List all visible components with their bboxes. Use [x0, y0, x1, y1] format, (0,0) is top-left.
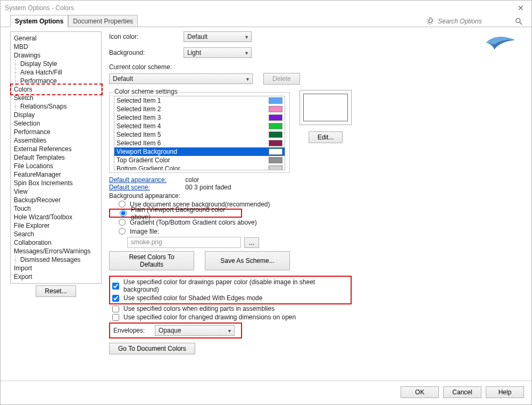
scheme-list[interactable]: Selected Item 1Selected Item 2Selected I…	[114, 96, 285, 170]
scheme-item-label: Selected Item 4	[117, 122, 161, 130]
radio-gradient-bg[interactable]	[119, 219, 126, 226]
ok-button[interactable]: OK	[401, 386, 439, 398]
nav-item-drawings[interactable]: Drawings	[11, 51, 101, 60]
save-scheme-button[interactable]: Save As Scheme...	[205, 251, 290, 270]
nav-item-hole-wizard-toolbox[interactable]: Hole Wizard/Toolbox	[11, 213, 101, 221]
color-preview	[300, 90, 352, 125]
nav-item-selection[interactable]: Selection	[11, 119, 101, 128]
scheme-item[interactable]: Selected Item 3	[114, 113, 285, 122]
reset-button[interactable]: Reset...	[36, 285, 76, 297]
nav-item-backup-recover[interactable]: Backup/Recover	[11, 196, 101, 204]
default-scene-link[interactable]: Default scene:	[109, 184, 184, 191]
tab-document-properties[interactable]: Document Properties	[68, 15, 138, 27]
cb-drawings-paper[interactable]	[112, 283, 119, 290]
titlebar: System Options - Colors ✕	[1, 1, 531, 15]
nav-item-external-references[interactable]: External References	[11, 145, 101, 153]
nav-item-relations-snaps[interactable]: Relations/Snaps	[11, 102, 101, 111]
nav-item-touch[interactable]: Touch	[11, 204, 101, 213]
nav-item-display-style[interactable]: Display Style	[11, 60, 101, 68]
envelopes-dropdown[interactable]: Opaque ▾	[155, 325, 235, 336]
scheme-item[interactable]: Viewport Background	[114, 147, 285, 156]
cb-changed-dims[interactable]	[112, 314, 119, 321]
nav-item-search[interactable]: Search	[11, 230, 101, 238]
default-appearance-link[interactable]: Default appearance:	[109, 176, 184, 184]
color-swatch	[269, 157, 282, 163]
scheme-item[interactable]: Selected Item 5	[114, 130, 285, 139]
radio-scene-bg[interactable]	[119, 201, 126, 208]
nav-item-performance[interactable]: Performance	[11, 128, 101, 136]
delete-scheme-button[interactable]: Delete	[263, 73, 300, 85]
help-button[interactable]: Help	[486, 386, 524, 398]
browse-button[interactable]: ...	[244, 237, 259, 248]
scheme-item-label: Selected Item 5	[117, 131, 161, 138]
bg-appearance-label: Background appearance:	[109, 192, 525, 200]
search-icon[interactable]	[514, 17, 523, 26]
cb-shaded-edges[interactable]	[112, 295, 119, 302]
scheme-dropdown[interactable]: Default ▾	[109, 73, 253, 84]
nav-item-area-hatch-fill[interactable]: Area Hatch/Fill	[11, 68, 101, 77]
icon-color-dropdown[interactable]: Default ▾	[184, 31, 252, 42]
search-box[interactable]	[424, 16, 525, 27]
scheme-item-label: Selected Item 1	[117, 97, 161, 104]
nav-item-file-explorer[interactable]: File Explorer	[11, 221, 101, 230]
scheme-item-label: Viewport Background	[117, 148, 177, 155]
checkbox-label: Use specified color for changed drawing …	[123, 313, 296, 321]
nav-item-file-locations[interactable]: File Locations	[11, 162, 101, 170]
cancel-button[interactable]: Cancel	[443, 386, 481, 398]
reset-colors-button[interactable]: Reset Colors To Defaults	[109, 251, 194, 270]
nav-item-view[interactable]: View	[11, 187, 101, 196]
scheme-item[interactable]: Selected Item 4	[114, 122, 285, 130]
background-label: Background:	[109, 49, 184, 56]
goto-doc-colors-button[interactable]: Go To Document Colors	[109, 343, 195, 354]
scheme-item[interactable]: Selected Item 6	[114, 139, 285, 147]
nav-item-assemblies[interactable]: Assemblies	[11, 136, 101, 145]
radio-image-bg[interactable]	[119, 228, 126, 235]
nav-item-export[interactable]: Export	[11, 272, 101, 281]
nav-item-display[interactable]: Display	[11, 111, 101, 119]
nav-item-collaboration[interactable]: Collaboration	[11, 238, 101, 247]
background-dropdown[interactable]: Light ▾	[184, 47, 252, 58]
window-title: System Options - Colors	[5, 4, 74, 12]
dropdown-value: Default	[113, 75, 133, 82]
nav-item-spin-box-increments[interactable]: Spin Box Increments	[11, 179, 101, 187]
gear-icon[interactable]	[426, 18, 434, 25]
checkbox-label: Use specified color for Shaded With Edge…	[123, 294, 262, 302]
nav-item-colors[interactable]: Colors	[11, 85, 101, 94]
nav-item-sketch[interactable]: Sketch	[11, 94, 101, 102]
image-file-input[interactable]: smoke.png	[127, 237, 241, 248]
scheme-item[interactable]: Selected Item 1	[114, 96, 285, 105]
default-appearance-value: color	[185, 176, 199, 184]
nav-item-general[interactable]: General	[11, 34, 101, 43]
scheme-item[interactable]: Top Gradient Color	[114, 156, 285, 164]
nav-item-performance[interactable]: Performance	[11, 77, 101, 85]
search-input[interactable]	[437, 17, 511, 26]
nav-item-mbd[interactable]: MBD	[11, 43, 101, 51]
radio-plain-bg[interactable]	[120, 210, 127, 217]
scheme-settings-group: Color scheme settings Selected Item 1Sel…	[109, 92, 290, 173]
icon-color-label: Icon color:	[109, 33, 184, 40]
color-swatch	[269, 166, 282, 170]
svg-point-0	[516, 19, 520, 23]
tab-system-options[interactable]: System Options	[10, 15, 68, 27]
chevron-down-icon: ▾	[245, 50, 248, 56]
close-icon[interactable]: ✕	[514, 3, 527, 13]
color-swatch	[269, 131, 282, 138]
dropdown-value: Opaque	[159, 327, 181, 334]
cb-editing-parts[interactable]	[112, 305, 119, 312]
nav-item-dismissed-messages[interactable]: Dismissed Messages	[11, 255, 101, 264]
scheme-item-label: Selected Item 2	[117, 105, 161, 113]
nav-tree: GeneralMBDDrawingsDisplay StyleArea Hatc…	[10, 31, 102, 284]
dropdown-value: Default	[187, 33, 207, 40]
edit-color-button[interactable]: Edit...	[309, 131, 343, 143]
checkbox-label: Use specified color for drawings paper c…	[123, 278, 348, 293]
radio-label: Image file:	[130, 228, 159, 235]
nav-item-featuremanager[interactable]: FeatureManager	[11, 170, 101, 179]
scheme-item[interactable]: Selected Item 2	[114, 105, 285, 113]
nav-item-import[interactable]: Import	[11, 264, 101, 272]
scheme-settings-label: Color scheme settings	[113, 88, 179, 95]
radio-label: Gradient (Top/Bottom Gradient colors abo…	[130, 219, 257, 226]
scheme-item[interactable]: Bottom Gradient Color	[114, 164, 285, 170]
nav-item-default-templates[interactable]: Default Templates	[11, 153, 101, 162]
settings-panel: Icon color: Default ▾ Background: Light …	[109, 31, 525, 376]
nav-item-messages-errors-warnings[interactable]: Messages/Errors/Warnings	[11, 247, 101, 255]
